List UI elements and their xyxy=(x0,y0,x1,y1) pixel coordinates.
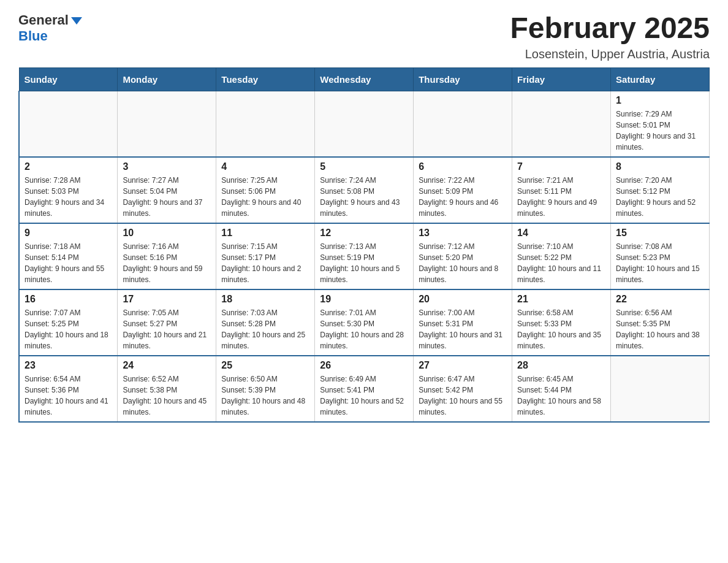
page-subtitle: Losenstein, Upper Austria, Austria xyxy=(510,47,710,61)
calendar-cell: 23Sunrise: 6:54 AMSunset: 5:36 PMDayligh… xyxy=(19,356,118,422)
logo-text-block: General Blue xyxy=(18,12,82,44)
day-number: 17 xyxy=(123,294,211,305)
calendar-cell: 17Sunrise: 7:05 AMSunset: 5:27 PMDayligh… xyxy=(118,289,216,356)
day-number: 1 xyxy=(616,95,704,106)
calendar-cell: 4Sunrise: 7:25 AMSunset: 5:06 PMDaylight… xyxy=(216,157,315,223)
calendar-cell xyxy=(118,91,216,157)
day-number: 24 xyxy=(123,360,211,371)
day-number: 27 xyxy=(419,360,507,371)
page-header: General Blue February 2025 Losenstein, U… xyxy=(18,12,710,61)
day-number: 3 xyxy=(123,161,211,172)
day-number: 23 xyxy=(25,360,112,371)
calendar-cell: 3Sunrise: 7:27 AMSunset: 5:04 PMDaylight… xyxy=(118,157,216,223)
page-title: February 2025 xyxy=(510,12,710,45)
calendar-cell: 24Sunrise: 6:52 AMSunset: 5:38 PMDayligh… xyxy=(118,356,216,422)
day-number: 18 xyxy=(221,294,309,305)
calendar-cell: 12Sunrise: 7:13 AMSunset: 5:19 PMDayligh… xyxy=(315,223,414,289)
day-info: Sunrise: 7:07 AMSunset: 5:25 PMDaylight:… xyxy=(25,307,112,351)
day-number: 6 xyxy=(419,161,507,172)
day-info: Sunrise: 7:18 AMSunset: 5:14 PMDaylight:… xyxy=(25,241,112,285)
day-number: 13 xyxy=(419,228,507,239)
calendar-week-1: 1Sunrise: 7:29 AMSunset: 5:01 PMDaylight… xyxy=(19,91,710,157)
title-block: February 2025 Losenstein, Upper Austria,… xyxy=(510,12,710,61)
calendar-cell: 9Sunrise: 7:18 AMSunset: 5:14 PMDaylight… xyxy=(19,223,118,289)
day-info: Sunrise: 7:10 AMSunset: 5:22 PMDaylight:… xyxy=(517,241,605,285)
day-number: 26 xyxy=(320,360,408,371)
day-number: 5 xyxy=(320,161,408,172)
day-number: 10 xyxy=(123,228,211,239)
calendar-cell: 21Sunrise: 6:58 AMSunset: 5:33 PMDayligh… xyxy=(512,289,611,356)
day-info: Sunrise: 7:28 AMSunset: 5:03 PMDaylight:… xyxy=(25,175,112,219)
calendar-cell: 2Sunrise: 7:28 AMSunset: 5:03 PMDaylight… xyxy=(19,157,118,223)
calendar-cell: 1Sunrise: 7:29 AMSunset: 5:01 PMDaylight… xyxy=(611,91,710,157)
calendar-cell: 27Sunrise: 6:47 AMSunset: 5:42 PMDayligh… xyxy=(414,356,512,422)
calendar-cell: 25Sunrise: 6:50 AMSunset: 5:39 PMDayligh… xyxy=(216,356,315,422)
calendar-cell: 26Sunrise: 6:49 AMSunset: 5:41 PMDayligh… xyxy=(315,356,414,422)
calendar-cell: 28Sunrise: 6:45 AMSunset: 5:44 PMDayligh… xyxy=(512,356,611,422)
calendar-cell xyxy=(414,91,512,157)
day-info: Sunrise: 7:01 AMSunset: 5:30 PMDaylight:… xyxy=(320,307,408,351)
day-info: Sunrise: 7:27 AMSunset: 5:04 PMDaylight:… xyxy=(123,175,211,219)
day-info: Sunrise: 7:22 AMSunset: 5:09 PMDaylight:… xyxy=(419,175,507,219)
day-number: 25 xyxy=(221,360,309,371)
calendar-cell: 19Sunrise: 7:01 AMSunset: 5:30 PMDayligh… xyxy=(315,289,414,356)
day-info: Sunrise: 7:05 AMSunset: 5:27 PMDaylight:… xyxy=(123,307,211,351)
logo-general: General xyxy=(18,12,69,28)
day-number: 22 xyxy=(616,294,704,305)
calendar-cell: 18Sunrise: 7:03 AMSunset: 5:28 PMDayligh… xyxy=(216,289,315,356)
day-info: Sunrise: 6:58 AMSunset: 5:33 PMDaylight:… xyxy=(517,307,605,351)
calendar-cell xyxy=(19,91,118,157)
calendar-header-friday: Friday xyxy=(512,67,611,91)
day-number: 11 xyxy=(221,228,309,239)
day-number: 9 xyxy=(25,228,112,239)
calendar-cell: 11Sunrise: 7:15 AMSunset: 5:17 PMDayligh… xyxy=(216,223,315,289)
day-number: 16 xyxy=(25,294,112,305)
day-info: Sunrise: 6:52 AMSunset: 5:38 PMDaylight:… xyxy=(123,373,211,418)
day-info: Sunrise: 7:13 AMSunset: 5:19 PMDaylight:… xyxy=(320,241,408,285)
calendar-cell xyxy=(512,91,611,157)
day-info: Sunrise: 7:00 AMSunset: 5:31 PMDaylight:… xyxy=(419,307,507,351)
calendar-cell: 5Sunrise: 7:24 AMSunset: 5:08 PMDaylight… xyxy=(315,157,414,223)
calendar-cell: 16Sunrise: 7:07 AMSunset: 5:25 PMDayligh… xyxy=(19,289,118,356)
calendar-cell: 14Sunrise: 7:10 AMSunset: 5:22 PMDayligh… xyxy=(512,223,611,289)
calendar-cell: 8Sunrise: 7:20 AMSunset: 5:12 PMDaylight… xyxy=(611,157,710,223)
day-number: 2 xyxy=(25,161,112,172)
day-info: Sunrise: 7:15 AMSunset: 5:17 PMDaylight:… xyxy=(221,241,309,285)
calendar-week-5: 23Sunrise: 6:54 AMSunset: 5:36 PMDayligh… xyxy=(19,356,710,422)
day-number: 4 xyxy=(221,161,309,172)
calendar-cell: 15Sunrise: 7:08 AMSunset: 5:23 PMDayligh… xyxy=(611,223,710,289)
day-number: 7 xyxy=(517,161,605,172)
calendar-table: SundayMondayTuesdayWednesdayThursdayFrid… xyxy=(18,67,710,423)
calendar-cell: 7Sunrise: 7:21 AMSunset: 5:11 PMDaylight… xyxy=(512,157,611,223)
day-info: Sunrise: 7:03 AMSunset: 5:28 PMDaylight:… xyxy=(221,307,309,351)
day-info: Sunrise: 7:12 AMSunset: 5:20 PMDaylight:… xyxy=(419,241,507,285)
day-info: Sunrise: 6:50 AMSunset: 5:39 PMDaylight:… xyxy=(221,373,309,418)
calendar-header-saturday: Saturday xyxy=(611,67,710,91)
day-number: 8 xyxy=(616,161,704,172)
day-number: 12 xyxy=(320,228,408,239)
logo-blue: Blue xyxy=(18,28,48,44)
calendar-cell: 6Sunrise: 7:22 AMSunset: 5:09 PMDaylight… xyxy=(414,157,512,223)
calendar-cell xyxy=(216,91,315,157)
day-info: Sunrise: 6:47 AMSunset: 5:42 PMDaylight:… xyxy=(419,373,507,418)
day-info: Sunrise: 6:45 AMSunset: 5:44 PMDaylight:… xyxy=(517,373,605,418)
day-number: 21 xyxy=(517,294,605,305)
calendar-header-sunday: Sunday xyxy=(19,67,118,91)
calendar-week-2: 2Sunrise: 7:28 AMSunset: 5:03 PMDaylight… xyxy=(19,157,710,223)
day-info: Sunrise: 6:54 AMSunset: 5:36 PMDaylight:… xyxy=(25,373,112,418)
logo-arrow-icon xyxy=(71,17,82,25)
day-info: Sunrise: 7:08 AMSunset: 5:23 PMDaylight:… xyxy=(616,241,704,285)
day-info: Sunrise: 7:29 AMSunset: 5:01 PMDaylight:… xyxy=(616,109,704,153)
calendar-cell: 22Sunrise: 6:56 AMSunset: 5:35 PMDayligh… xyxy=(611,289,710,356)
day-number: 20 xyxy=(419,294,507,305)
day-info: Sunrise: 6:56 AMSunset: 5:35 PMDaylight:… xyxy=(616,307,704,351)
day-info: Sunrise: 7:21 AMSunset: 5:11 PMDaylight:… xyxy=(517,175,605,219)
calendar-cell: 10Sunrise: 7:16 AMSunset: 5:16 PMDayligh… xyxy=(118,223,216,289)
calendar-cell: 20Sunrise: 7:00 AMSunset: 5:31 PMDayligh… xyxy=(414,289,512,356)
day-info: Sunrise: 7:16 AMSunset: 5:16 PMDaylight:… xyxy=(123,241,211,285)
calendar-header-wednesday: Wednesday xyxy=(315,67,414,91)
calendar-header-thursday: Thursday xyxy=(414,67,512,91)
day-number: 19 xyxy=(320,294,408,305)
calendar-cell xyxy=(611,356,710,422)
calendar-week-3: 9Sunrise: 7:18 AMSunset: 5:14 PMDaylight… xyxy=(19,223,710,289)
